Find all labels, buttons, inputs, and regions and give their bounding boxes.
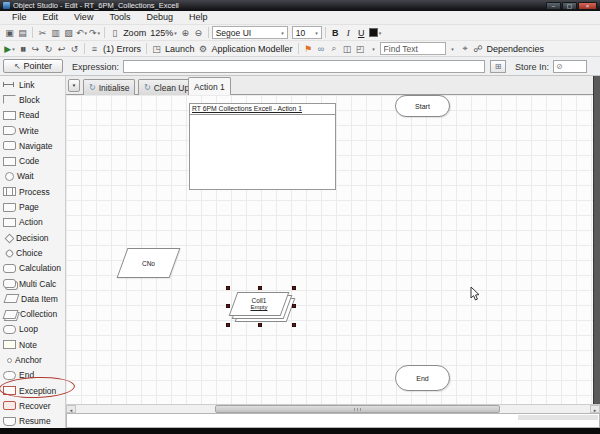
cut-icon[interactable]: ✂: [36, 26, 49, 40]
redo-button[interactable]: ↷▾: [88, 26, 101, 40]
toolbox-item-recover[interactable]: Recover: [0, 398, 65, 413]
scroll-right-icon[interactable]: ▸: [590, 405, 600, 413]
menu-file[interactable]: File: [4, 11, 35, 24]
toolbox-item-collection[interactable]: Collection: [0, 306, 65, 321]
step-in-icon[interactable]: ↪: [29, 42, 42, 56]
selection-handle[interactable]: [226, 304, 230, 308]
collection-icon: [3, 310, 19, 319]
watch-icon[interactable]: ◫: [341, 42, 354, 56]
selection-handle[interactable]: [226, 323, 230, 327]
scrollbar-thumb[interactable]: [215, 405, 500, 413]
font-size-dropdown[interactable]: 10▾: [292, 26, 322, 39]
application-modeller-button[interactable]: Application Modeller: [210, 42, 295, 56]
object-studio-window: Object Studio - Edit - RT_6PM_Collection…: [0, 0, 600, 434]
zoom-level-dropdown[interactable]: 125%▾: [148, 26, 179, 40]
toolbox-item-block[interactable]: Block: [0, 92, 65, 107]
end-node[interactable]: End: [395, 365, 450, 391]
calculator-icon[interactable]: ⊞: [490, 60, 506, 73]
minimize-button[interactable]: –: [546, 2, 561, 10]
toolbox-item-anchor[interactable]: Anchor: [0, 352, 65, 367]
font-name-dropdown[interactable]: Segoe UI▾: [212, 26, 288, 39]
toolbox-item-multi-calc[interactable]: Multi Calc: [0, 276, 65, 291]
toolbox-item-page[interactable]: Page: [0, 199, 65, 214]
tab-overflow-button[interactable]: ▼: [68, 79, 80, 92]
flag-icon[interactable]: ⚑: [302, 42, 315, 56]
chevron-down-icon[interactable]: ▾: [372, 46, 375, 52]
toolbox-item-write[interactable]: Write: [0, 123, 65, 138]
copy-icon[interactable]: ▥: [49, 26, 62, 40]
toolbox-item-resume[interactable]: Resume: [0, 414, 65, 429]
pointer-tool-button[interactable]: ↖ Pointer: [3, 59, 63, 73]
selection-handle[interactable]: [258, 323, 262, 327]
dependencies-button[interactable]: Dependencies: [485, 42, 547, 56]
toolbox-item-navigate[interactable]: Navigate: [0, 138, 65, 153]
diagram-canvas[interactable]: RT 6PM Collections Excell - Action 1 Sta…: [66, 95, 593, 404]
horizontal-scrollbar[interactable]: ◂ ▸: [66, 404, 600, 413]
page-info-title: RT 6PM Collections Excell - Action 1: [190, 104, 335, 115]
menu-help[interactable]: Help: [181, 11, 216, 24]
menu-debug[interactable]: Debug: [138, 11, 181, 24]
tab-initialise[interactable]: ↻Initialise: [83, 79, 135, 95]
play-button[interactable]: ▶▾: [3, 42, 16, 56]
toolbox-item-process[interactable]: Process: [0, 184, 65, 199]
store-in-input[interactable]: ⊘: [553, 60, 587, 73]
zoom-out-icon[interactable]: ⊖: [192, 26, 205, 40]
bold-button[interactable]: B: [329, 26, 342, 40]
underline-button[interactable]: U: [355, 26, 368, 40]
italic-button[interactable]: I: [342, 26, 355, 40]
toolbox-item-action[interactable]: Action: [0, 215, 65, 230]
menu-view[interactable]: View: [66, 11, 101, 24]
toolbox-item-decision[interactable]: Decision: [0, 230, 65, 245]
selection-handle[interactable]: [292, 304, 296, 308]
new-page-icon[interactable]: ▯: [108, 26, 121, 40]
selection-handle[interactable]: [226, 286, 230, 290]
panel-resize-grip[interactable]: [518, 415, 598, 420]
toolbox-item-end[interactable]: End: [0, 368, 65, 383]
print-icon[interactable]: ▤: [16, 26, 29, 40]
reset-icon[interactable]: ↺: [68, 42, 81, 56]
toolbox-item-read[interactable]: Read: [0, 108, 65, 123]
page-info-box[interactable]: RT 6PM Collections Excell - Action 1: [189, 103, 336, 190]
step-over-icon[interactable]: ↻: [42, 42, 55, 56]
launch-button[interactable]: Launch: [163, 42, 197, 56]
vertical-scroll-strip[interactable]: [593, 76, 600, 404]
step-out-icon[interactable]: ↩: [55, 42, 68, 56]
zoom-in-icon[interactable]: ⊕: [179, 26, 192, 40]
menu-edit[interactable]: Edit: [35, 11, 67, 24]
search-icon[interactable]: ⌕: [328, 42, 341, 56]
close-button[interactable]: ×: [578, 2, 597, 10]
toolbox-item-loop[interactable]: Loop: [0, 322, 65, 337]
expression-input[interactable]: [123, 60, 485, 73]
menu-tools[interactable]: Tools: [101, 11, 138, 24]
toolbox-item-choice[interactable]: Choice: [0, 245, 65, 260]
scroll-left-icon[interactable]: ◂: [66, 405, 76, 413]
toolbox-item-note[interactable]: Note: [0, 337, 65, 352]
find-text-input[interactable]: [380, 42, 446, 55]
collection-stage[interactable]: Coll1 Empty: [233, 292, 285, 316]
font-color-button[interactable]: ▾: [368, 26, 383, 40]
paste-icon[interactable]: ▨: [62, 26, 75, 40]
toolbox-item-wait[interactable]: Wait: [0, 169, 65, 184]
toolbox-item-code[interactable]: Code: [0, 153, 65, 168]
pause-icon[interactable]: ▮▮: [16, 42, 29, 56]
tab-action-1[interactable]: Action 1: [188, 77, 231, 95]
chevron-down-icon[interactable]: ▾: [451, 46, 454, 52]
toolbox-item-link[interactable]: Link: [0, 77, 65, 92]
find-next-icon[interactable]: ⌖: [459, 42, 472, 56]
selection-handle[interactable]: [292, 323, 296, 327]
save-icon[interactable]: ▣: [3, 26, 16, 40]
toolbox-item-exception[interactable]: Exception: [0, 383, 65, 398]
selection-handle[interactable]: [258, 286, 262, 290]
start-node[interactable]: Start: [395, 95, 450, 117]
errors-button[interactable]: (1) Errors: [101, 42, 143, 56]
data-item-stage[interactable]: CNo: [122, 248, 175, 278]
undo-button[interactable]: ↶▾: [75, 26, 88, 40]
breakpoint-icon[interactable]: ∞: [315, 42, 328, 56]
selection-handle[interactable]: [292, 286, 296, 290]
region-icon[interactable]: ◰: [354, 42, 367, 56]
maximize-button[interactable]: ▢: [562, 2, 577, 10]
toolbox-item-calculation[interactable]: Calculation: [0, 261, 65, 276]
toolbox-item-data-item[interactable]: Data Item: [0, 291, 65, 306]
tab-clean-up[interactable]: ↻Clean Up: [138, 79, 195, 95]
tab-label: Initialise: [99, 83, 130, 93]
